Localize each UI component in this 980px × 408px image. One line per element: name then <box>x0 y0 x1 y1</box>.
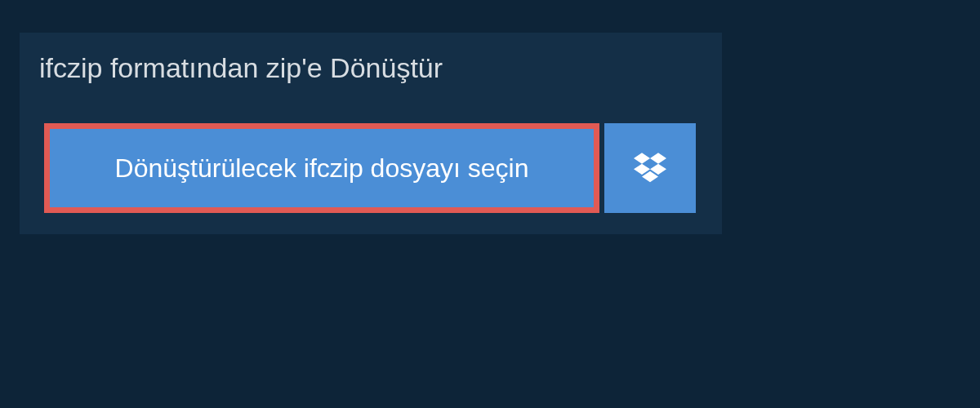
dropbox-icon <box>634 150 666 186</box>
select-file-button-label: Dönüştürülecek ifczip dosyayı seçin <box>115 153 529 184</box>
select-file-button[interactable]: Dönüştürülecek ifczip dosyayı seçin <box>44 123 599 213</box>
dropbox-button[interactable] <box>604 123 696 213</box>
button-row: Dönüştürülecek ifczip dosyayı seçin <box>20 105 722 234</box>
card-title: ifczip formatından zip'e Dönüştür <box>20 33 469 105</box>
convert-card: ifczip formatından zip'e Dönüştür Dönüşt… <box>20 33 722 234</box>
